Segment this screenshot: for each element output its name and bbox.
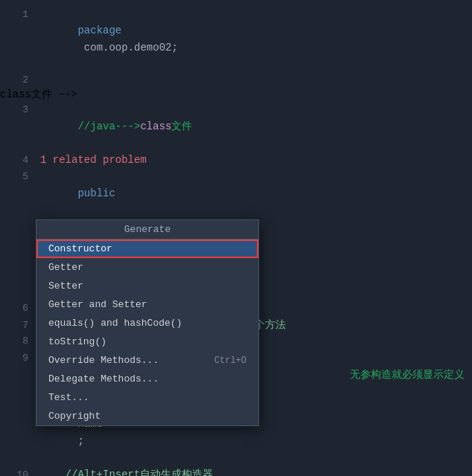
dropdown-item-constructor[interactable]: Constructor bbox=[36, 239, 258, 258]
dropdown-item-test[interactable]: Test... bbox=[36, 388, 258, 407]
dropdown-item-getter[interactable]: Getter bbox=[36, 258, 258, 277]
generate-dropdown[interactable]: Generate Constructor Getter Setter Gette… bbox=[36, 219, 259, 426]
dropdown-item-getter-setter[interactable]: Getter and Setter bbox=[36, 295, 258, 314]
dropdown-item-delegate[interactable]: Delegate Methods... bbox=[36, 370, 258, 388]
code-line-10: 10 //Alt+Insert自动生成构造器 bbox=[0, 466, 472, 476]
dropdown-item-override[interactable]: Override Methods... Ctrl+O bbox=[36, 351, 258, 370]
dropdown-item-tostring[interactable]: toString() bbox=[36, 332, 258, 351]
code-line-4: 4 1 related problem bbox=[0, 152, 472, 169]
dropdown-item-equals-hashcode[interactable]: equals() and hashCode() bbox=[36, 314, 258, 332]
annotation-right: 无参构造就必须显示定义 bbox=[350, 368, 465, 382]
dropdown-item-setter[interactable]: Setter bbox=[36, 277, 258, 295]
code-editor: 1 package com.oop.demo02; 2 class文件 --> … bbox=[0, 0, 472, 476]
dropdown-header: Generate bbox=[36, 220, 258, 239]
code-line-1: 1 package com.oop.demo02; bbox=[0, 6, 472, 73]
code-line-2: 2 bbox=[0, 73, 472, 89]
code-line-3: 3 //java--->class文件 bbox=[0, 101, 472, 151]
dropdown-item-copyright[interactable]: Copyright bbox=[36, 407, 258, 425]
